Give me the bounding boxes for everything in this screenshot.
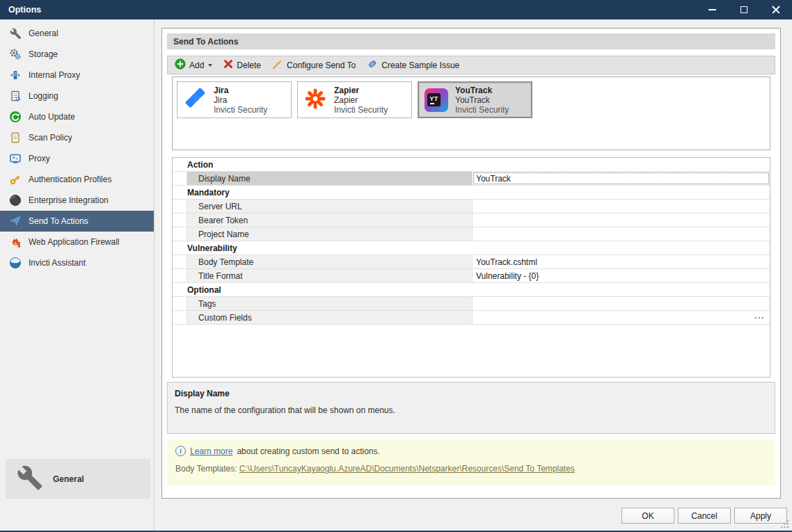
- card-subtitle: Jira: [214, 95, 267, 105]
- body-templates-label: Body Templates:: [175, 464, 237, 474]
- property-label[interactable]: Bearer Token: [187, 213, 473, 227]
- sidebar-item-label: Proxy: [29, 154, 50, 163]
- category-row-vulnerability: Vulnerability: [173, 241, 770, 255]
- magic-wand-icon: [272, 58, 283, 72]
- property-row-server-url: Server URL: [173, 200, 770, 213]
- configure-send-to-label: Configure Send To: [287, 61, 356, 70]
- property-row-title-format: Title Format Vulnerability - {0}: [173, 269, 770, 283]
- sidebar-item-send-to-actions[interactable]: Send To Actions: [0, 211, 154, 232]
- sidebar-item-proxy[interactable]: Proxy: [0, 148, 154, 169]
- sidebar-item-storage[interactable]: Storage: [0, 44, 154, 65]
- learn-more-link[interactable]: Learn more: [190, 446, 232, 456]
- property-label[interactable]: Body Template: [187, 255, 473, 268]
- sidebar-item-label: Logging: [29, 91, 58, 101]
- cancel-button[interactable]: Cancel: [678, 508, 731, 524]
- card-vendor: Invicti Security: [214, 105, 267, 115]
- delete-label: Delete: [237, 61, 261, 70]
- resize-grip[interactable]: [787, 526, 789, 529]
- property-label[interactable]: Project Name: [187, 227, 473, 241]
- title-format-input[interactable]: Vulnerability - {0}: [473, 269, 770, 282]
- sidebar-item-logging[interactable]: Logging: [0, 86, 154, 106]
- property-row-tags: Tags: [173, 297, 770, 311]
- bearer-token-input[interactable]: [473, 213, 770, 227]
- ellipsis-button[interactable]: ···: [754, 313, 770, 323]
- sidebar-item-authentication-profiles[interactable]: Authentication Profiles: [0, 169, 154, 190]
- gears-icon: [9, 48, 22, 61]
- delete-icon: [223, 59, 233, 71]
- card-vendor: Invicti Security: [455, 105, 509, 115]
- info-panel: Learn more about creating custom send to…: [167, 440, 775, 485]
- category-row-optional: Optional: [173, 283, 770, 297]
- custom-fields-input[interactable]: ···: [473, 311, 770, 324]
- add-button[interactable]: Add: [171, 58, 216, 73]
- property-row-bearer-token: Bearer Token: [173, 213, 770, 227]
- body-templates-path-link[interactable]: C:\Users\TuncayKayaoglu.AzureAD\Document…: [239, 464, 575, 474]
- wrench-icon: [9, 27, 22, 40]
- card-vendor: Invicti Security: [334, 105, 388, 115]
- titlebar: Options: [0, 0, 792, 19]
- property-row-project-name: Project Name: [173, 227, 770, 241]
- sidebar-item-general[interactable]: General: [0, 23, 154, 44]
- category-row-action: Action: [173, 158, 770, 172]
- property-label[interactable]: Display Name: [187, 172, 473, 185]
- sidebar-item-label: Enterprise Integration: [29, 195, 109, 205]
- create-sample-issue-button[interactable]: Create Sample Issue: [363, 58, 464, 73]
- configure-send-to-button[interactable]: Configure Send To: [268, 58, 360, 73]
- apply-button[interactable]: Apply: [734, 508, 787, 524]
- close-button[interactable]: [760, 0, 792, 19]
- tags-input[interactable]: [473, 297, 770, 310]
- card-subtitle: Zapier: [334, 95, 388, 105]
- description-title: Display Name: [175, 389, 768, 398]
- sidebar-item-invicti-assistant[interactable]: Invicti Assistant: [0, 252, 154, 273]
- sidebar-item-label: Auto Update: [29, 112, 75, 122]
- ok-button[interactable]: OK: [621, 508, 674, 524]
- chevron-down-icon: [208, 64, 212, 67]
- send-to-actions-panel: Send To Actions Add Delete Configure Sen…: [161, 28, 781, 499]
- jira-logo: [183, 87, 207, 113]
- window-controls: [696, 0, 792, 19]
- property-label[interactable]: Title Format: [187, 269, 473, 282]
- sidebar-item-auto-update[interactable]: Auto Update: [0, 106, 154, 127]
- sidebar-item-scan-policy[interactable]: Scan Policy: [0, 127, 154, 148]
- delete-button[interactable]: Delete: [219, 58, 265, 73]
- youtrack-underscore: [430, 103, 434, 104]
- category-label: Vulnerability: [187, 241, 770, 255]
- assistant-orb-icon: [9, 257, 22, 269]
- property-label[interactable]: Tags: [187, 297, 473, 310]
- property-description-panel: Display Name The name of the configurati…: [167, 382, 775, 434]
- sidebar-item-web-application-firewall[interactable]: Web Application Firewall: [0, 232, 154, 252]
- sidebar-item-label: Invicti Assistant: [29, 258, 86, 268]
- body-template-input[interactable]: YouTrack.cshtml: [473, 255, 770, 268]
- property-grid: Action Display Name YouTrack Mandatory S…: [172, 157, 770, 378]
- description-text: The name of the configuration that will …: [175, 405, 768, 415]
- learn-more-text: about creating custom send to actions.: [237, 446, 379, 456]
- youtrack-logo-monogram: YT: [427, 93, 441, 106]
- card-youtrack[interactable]: YT YouTrack YouTrack Invicti Security: [418, 81, 532, 118]
- refresh-icon: [9, 111, 22, 123]
- send-to-actions-list: Jira Jira Invicti Security Zapier: [172, 76, 770, 150]
- minimize-icon: [708, 9, 716, 10]
- minimize-button[interactable]: [696, 0, 728, 19]
- panel-title: Send To Actions: [173, 37, 238, 47]
- sidebar-item-label: Send To Actions: [29, 216, 88, 226]
- property-label[interactable]: Server URL: [187, 200, 473, 213]
- create-sample-issue-label: Create Sample Issue: [381, 61, 459, 70]
- zapier-logo: [303, 87, 327, 113]
- property-row-body-template: Body Template YouTrack.cshtml: [173, 255, 770, 269]
- card-title: Jira: [214, 86, 267, 95]
- card-jira[interactable]: Jira Jira Invicti Security: [177, 81, 292, 118]
- display-name-input[interactable]: YouTrack: [473, 172, 770, 185]
- card-zapier[interactable]: Zapier Zapier Invicti Security: [297, 81, 412, 118]
- server-url-input[interactable]: [473, 200, 770, 213]
- maximize-button[interactable]: [728, 0, 760, 19]
- sidebar-footer-general: General: [6, 459, 150, 499]
- card-subtitle: YouTrack: [455, 95, 509, 105]
- sidebar-item-enterprise-integration[interactable]: Enterprise Integration: [0, 190, 154, 211]
- property-label[interactable]: Custom Fields: [187, 311, 473, 324]
- sidebar-item-label: Web Application Firewall: [29, 237, 120, 247]
- clipboard-icon: [9, 131, 22, 144]
- window-title: Options: [8, 5, 41, 15]
- project-name-input[interactable]: [473, 227, 770, 241]
- sidebar-item-internal-proxy[interactable]: Internal Proxy: [0, 65, 154, 86]
- sidebar-item-label: Storage: [29, 49, 58, 59]
